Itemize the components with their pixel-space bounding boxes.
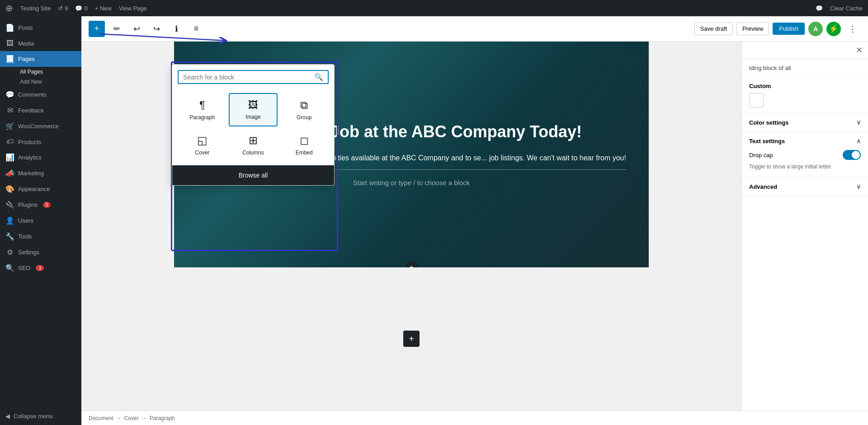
- appearance-icon: 🎨: [5, 185, 14, 193]
- save-draft-button[interactable]: Save draft: [694, 22, 733, 35]
- more-options-button[interactable]: ⋮: [844, 21, 861, 37]
- editor-canvas-container: Apply for a Job at the ABC Company Today…: [81, 42, 741, 411]
- sidebar-item-label-pages: Pages: [18, 56, 35, 62]
- collapse-label: Collapse menu: [14, 413, 53, 420]
- sidebar-item-label-appearance: Appearance: [18, 186, 50, 192]
- sidebar-item-analytics[interactable]: 📊 Analytics: [0, 149, 81, 165]
- main-layout: 📄 Posts 🖼 Media 📃 Pages All Pages Add Ne…: [0, 16, 868, 425]
- editor-area: + ✏ ↩ ↪ ℹ ≡ Save draft Preview Publish: [81, 16, 868, 425]
- right-panel: ✕ lding block of all Custom Color sett: [741, 42, 868, 411]
- text-settings-content: Drop cap Toggle to show a large initial …: [742, 150, 868, 177]
- new-label: + New: [95, 5, 112, 12]
- sidebar-item-media[interactable]: 🖼 Media: [0, 36, 81, 51]
- block-search-input[interactable]: [183, 74, 314, 81]
- sidebar-item-posts[interactable]: 📄 Posts: [0, 20, 81, 36]
- sidebar-item-label-media: Media: [18, 40, 34, 47]
- view-page-item[interactable]: View Page: [119, 5, 147, 12]
- wp-logo-icon[interactable]: ⊕: [5, 3, 13, 14]
- block-label-image: Image: [245, 114, 260, 120]
- custom-color-box[interactable]: [749, 93, 764, 107]
- tools-icon: 🔧: [5, 232, 14, 241]
- revisions-item[interactable]: ↺ 9: [58, 5, 68, 12]
- editor-toolbar: + ✏ ↩ ↪ ℹ ≡ Save draft Preview Publish: [81, 16, 868, 42]
- close-panel-button[interactable]: ✕: [856, 45, 863, 55]
- color-settings-chevron: ∨: [856, 119, 861, 126]
- sidebar-item-pages[interactable]: 📃 Pages: [0, 51, 81, 67]
- list-view-button[interactable]: ≡: [188, 21, 204, 37]
- collapse-menu-button[interactable]: ◀ Collapse menu: [5, 413, 76, 420]
- block-item-group[interactable]: ⧉ Group: [279, 93, 329, 126]
- advanced-label: Advanced: [749, 183, 777, 190]
- breadcrumb-paragraph[interactable]: Paragraph: [150, 415, 175, 421]
- bottom-add-block-button[interactable]: +: [403, 331, 420, 347]
- sidebar-item-marketing[interactable]: 📣 Marketing: [0, 165, 81, 181]
- drop-cap-label: Drop cap: [749, 152, 773, 159]
- drop-cap-toggle[interactable]: [843, 150, 861, 160]
- clear-cache-button[interactable]: Clear Cache: [830, 5, 863, 12]
- browse-all-button[interactable]: Browse all: [172, 165, 334, 185]
- redo-button[interactable]: ↪: [148, 21, 165, 37]
- cover-icon: ◱: [197, 134, 208, 147]
- block-label-columns: Columns: [242, 149, 264, 156]
- users-icon: 👤: [5, 216, 14, 225]
- plugins-badge: 5: [43, 202, 51, 208]
- seo-badge: 3: [36, 265, 44, 271]
- embed-icon: ◻: [300, 134, 309, 147]
- sidebar-subitem-all-pages[interactable]: All Pages: [16, 67, 81, 77]
- undo-button[interactable]: ↩: [128, 21, 145, 37]
- block-item-embed[interactable]: ◻ Embed: [279, 128, 329, 162]
- breadcrumb-document[interactable]: Document: [89, 415, 113, 421]
- text-settings-section: Text settings ∧ Drop cap Toggle to show …: [742, 132, 868, 177]
- view-page-label: View Page: [119, 5, 147, 12]
- sidebar-item-products[interactable]: 🏷 Products: [0, 134, 81, 149]
- add-block-button[interactable]: +: [89, 21, 105, 37]
- color-settings-header[interactable]: Color settings ∨: [742, 113, 868, 131]
- comments-item[interactable]: 💬 0: [75, 5, 87, 12]
- sidebar-item-seo[interactable]: 🔍 SEO 3: [0, 260, 81, 276]
- sidebar-item-plugins[interactable]: 🔌 Plugins 5: [0, 197, 81, 213]
- sidebar-item-tools[interactable]: 🔧 Tools: [0, 229, 81, 244]
- breadcrumb-cover[interactable]: Cover: [124, 415, 139, 421]
- comments-sidebar-icon: 💬: [5, 90, 14, 99]
- sidebar-item-users[interactable]: 👤 Users: [0, 213, 81, 229]
- sidebar-item-woocommerce[interactable]: 🛒 WooCommerce: [0, 118, 81, 134]
- image-block-icon: 🖼: [248, 99, 258, 111]
- info-button[interactable]: ℹ: [168, 21, 184, 37]
- breadcrumb: Document → Cover → Paragraph: [81, 411, 868, 425]
- edit-button[interactable]: ✏: [108, 21, 125, 37]
- breadcrumb-arrow-1: →: [116, 415, 122, 421]
- performance-icon[interactable]: ⚡: [826, 22, 841, 36]
- sidebar-subitem-add-new[interactable]: Add New: [16, 77, 81, 87]
- sidebar-item-appearance[interactable]: 🎨 Appearance: [0, 181, 81, 197]
- text-settings-header[interactable]: Text settings ∧: [742, 132, 868, 150]
- columns-icon: ⊞: [249, 134, 258, 147]
- media-icon: 🖼: [5, 39, 14, 47]
- block-item-paragraph[interactable]: ¶ Paragraph: [178, 93, 227, 126]
- block-item-image[interactable]: 🖼 Image: [229, 93, 278, 126]
- advanced-header[interactable]: Advanced ∨: [742, 177, 868, 196]
- site-name[interactable]: Testing Site: [20, 5, 51, 12]
- preview-button[interactable]: Preview: [736, 22, 769, 35]
- sidebar-item-label-analytics: Analytics: [18, 154, 42, 161]
- new-item[interactable]: + New: [95, 5, 112, 12]
- sidebar-item-label-tools: Tools: [18, 233, 32, 240]
- color-settings-section: Color settings ∨: [742, 113, 868, 132]
- sidebar-item-label-comments: Comments: [18, 91, 47, 98]
- block-label-paragraph: Paragraph: [189, 114, 215, 121]
- sidebar-item-settings[interactable]: ⚙ Settings: [0, 244, 81, 260]
- woocommerce-icon: 🛒: [5, 122, 14, 131]
- block-item-cover[interactable]: ◱ Cover: [178, 128, 227, 162]
- block-item-columns[interactable]: ⊞ Columns: [229, 128, 278, 162]
- sidebar-item-label-settings: Settings: [18, 249, 39, 256]
- sidebar-item-label-woocommerce: WooCommerce: [18, 123, 59, 130]
- sidebar-item-comments[interactable]: 💬 Comments: [0, 87, 81, 103]
- sidebar-item-feedback[interactable]: ✉ Feedback: [0, 103, 81, 118]
- collapse-icon: ◀: [5, 413, 10, 420]
- building-block-text: lding block of all: [742, 59, 868, 77]
- drop-cap-row: Drop cap: [749, 150, 861, 160]
- block-inserter-popup: 🔍 ¶ Paragraph 🖼 Image ⧉ Gr: [172, 64, 335, 186]
- products-icon: 🏷: [5, 138, 14, 146]
- publish-button[interactable]: Publish: [773, 23, 805, 35]
- block-search-container: 🔍: [178, 70, 329, 84]
- admin-bar: ⊕ Testing Site ↺ 9 💬 0 + New View Page 💬…: [0, 0, 868, 16]
